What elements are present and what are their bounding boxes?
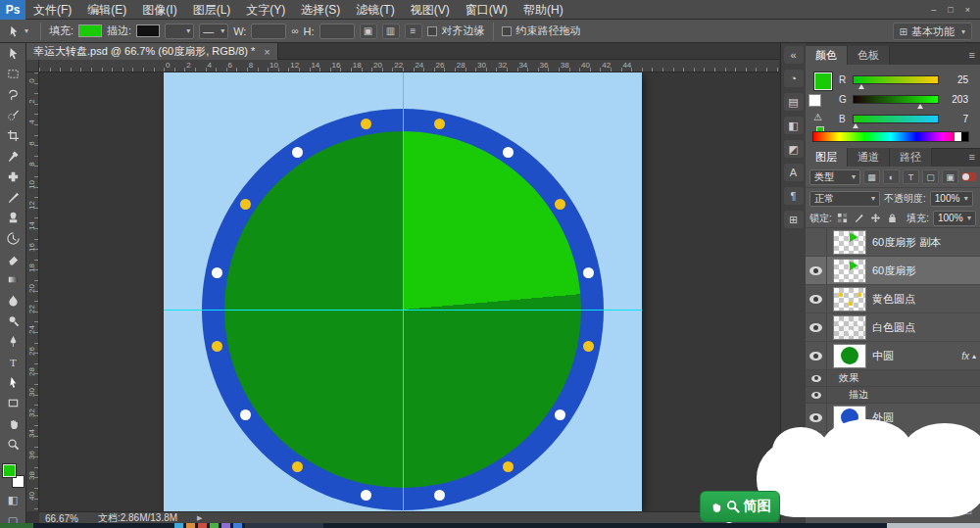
tab-color[interactable]: 颜色	[806, 46, 848, 65]
layer-thumbnail[interactable]	[833, 230, 866, 255]
foreground-swatch[interactable]	[814, 72, 832, 90]
zoom-level[interactable]: 66.67%	[45, 513, 78, 524]
lock-position-icon[interactable]	[869, 212, 883, 225]
tool-preset-picker[interactable]: ▾	[4, 25, 32, 37]
width-input[interactable]	[251, 24, 286, 39]
ruler-top[interactable]: 0246810121416182022242628303234363840424…	[39, 60, 779, 72]
tab-swatches[interactable]: 色板	[848, 46, 890, 65]
menu-item-10[interactable]: 帮助(H)	[515, 0, 571, 20]
clone-stamp-tool[interactable]	[0, 208, 25, 228]
layer-visibility-toggle[interactable]	[806, 404, 827, 431]
brush-tool[interactable]	[0, 187, 25, 208]
lock-transparent-icon[interactable]	[836, 212, 850, 225]
layer-thumbnail[interactable]	[833, 287, 866, 312]
layer-thumbnail[interactable]	[833, 344, 866, 368]
vertical-guide[interactable]	[403, 72, 404, 511]
eraser-tool[interactable]	[0, 249, 25, 269]
height-input[interactable]	[319, 24, 355, 39]
eyedropper-tool[interactable]	[0, 146, 25, 167]
layer-row-3[interactable]: 黄色圆点	[806, 285, 980, 313]
restore-icon[interactable]: □	[948, 5, 953, 15]
menu-item-6[interactable]: 选择(S)	[293, 0, 348, 20]
ruler-left[interactable]: 024681012141618202224262830323436384042	[26, 72, 39, 511]
menu-item-9[interactable]: 窗口(W)	[458, 0, 515, 20]
r-marquee-tool[interactable]	[0, 64, 25, 84]
slider-thumb-icon[interactable]	[917, 104, 923, 109]
document-canvas[interactable]	[164, 72, 642, 511]
type-tool[interactable]: T	[0, 352, 25, 372]
layer-row-1[interactable]: 60度扇形 副本	[806, 228, 980, 257]
layer-row-2[interactable]: 60度扇形	[806, 257, 980, 285]
path-alignment-icon[interactable]: ▥	[382, 24, 400, 39]
dodge-tool[interactable]	[0, 311, 25, 331]
gamut-warning-icon[interactable]: ⚠	[813, 112, 822, 122]
menu-item-4[interactable]: 图层(L)	[185, 0, 239, 20]
layer-fx-badge[interactable]: fx▴	[961, 351, 980, 361]
blend-mode-select[interactable]: 正常▾	[809, 191, 880, 207]
link-dimensions-icon[interactable]: ∞	[291, 25, 298, 36]
layer-visibility-toggle[interactable]	[806, 313, 827, 341]
color-panel-menu-icon[interactable]: ≡	[969, 49, 975, 61]
gradient-tool[interactable]	[0, 269, 25, 290]
layer-row-4[interactable]: 白色圆点	[806, 313, 980, 342]
quick-selection-tool[interactable]	[0, 105, 25, 125]
ruler-origin-corner[interactable]	[26, 60, 39, 72]
layers-panel-menu-icon[interactable]: ≡	[969, 151, 975, 163]
background-swatch[interactable]	[808, 94, 821, 107]
lock-image-icon[interactable]	[853, 212, 866, 225]
pen-tool[interactable]	[0, 331, 25, 352]
zoom-tool[interactable]	[0, 434, 25, 455]
menu-item-1[interactable]: 文件(F)	[25, 0, 79, 20]
layer-row-5[interactable]: 中圆fx▴	[806, 342, 980, 370]
opacity-input[interactable]: 100%▾	[930, 191, 973, 207]
layer-visibility-toggle[interactable]	[806, 342, 827, 369]
color-spectrum-bar[interactable]	[812, 131, 969, 142]
filter-smart-icon[interactable]: ▣	[942, 169, 958, 184]
filter-adjustment-icon[interactable]: ◐	[883, 169, 900, 184]
history-icon[interactable]: ◔	[784, 70, 804, 87]
layer-effect-row[interactable]: 描边	[806, 387, 980, 404]
layer-visibility-toggle[interactable]	[806, 228, 827, 256]
shape-tool[interactable]	[0, 393, 25, 413]
info-icon[interactable]: ◧	[784, 117, 804, 134]
slider-track[interactable]	[853, 115, 939, 123]
foreground-color-swatch[interactable]	[3, 464, 16, 477]
menu-item-7[interactable]: 滤镜(T)	[348, 0, 402, 20]
menu-item-3[interactable]: 图像(I)	[134, 0, 184, 20]
align-edges-checkbox[interactable]	[427, 26, 437, 36]
slider-track[interactable]	[853, 75, 939, 84]
close-icon[interactable]: ×	[965, 5, 970, 15]
canvas-area[interactable]	[39, 72, 779, 511]
hand-tool[interactable]	[0, 413, 25, 434]
properties-icon[interactable]: ▤	[784, 93, 804, 111]
layer-visibility-toggle[interactable]	[806, 257, 827, 284]
menu-item-2[interactable]: 编辑(E)	[79, 0, 134, 20]
spectrum-bw-swatches[interactable]	[955, 132, 968, 141]
lasso-tool[interactable]	[0, 84, 25, 105]
menu-item-8[interactable]: 视图(V)	[403, 0, 458, 20]
tab-layers[interactable]: 图层	[806, 148, 848, 167]
layer-filter-type-select[interactable]: 类型▾	[809, 169, 860, 185]
slider-thumb-icon[interactable]	[858, 84, 864, 89]
path-selection-tool[interactable]	[0, 372, 25, 393]
slider-track[interactable]	[853, 95, 939, 104]
layer-effect-row[interactable]: 效果	[806, 370, 980, 387]
character-icon[interactable]: A	[784, 164, 804, 181]
document-tab[interactable]: 幸运大转盘.psd @ 66.7% (60度扇形, RGB/8) * ×	[26, 43, 278, 60]
stroke-color-swatch[interactable]	[136, 24, 160, 37]
layer-thumbnail[interactable]	[833, 315, 866, 340]
tab-paths[interactable]: 路径	[890, 148, 932, 167]
spot-healing-tool[interactable]	[0, 167, 25, 187]
tab-close-icon[interactable]: ×	[264, 46, 270, 58]
lock-all-icon[interactable]	[886, 212, 900, 225]
status-bar-arrow-icon[interactable]: ▶	[197, 514, 202, 522]
filter-type-icon[interactable]: T	[903, 169, 919, 184]
stroke-style-select[interactable]: —▾	[199, 24, 228, 39]
filter-pixel-icon[interactable]: ▦	[863, 169, 880, 184]
layer-filter-toggle[interactable]	[961, 172, 977, 181]
menu-item-5[interactable]: 文字(Y)	[238, 0, 293, 20]
slider-thumb-icon[interactable]	[853, 123, 858, 128]
effect-visibility-toggle[interactable]	[806, 387, 827, 403]
fill-color-swatch[interactable]	[78, 24, 102, 37]
effect-visibility-toggle[interactable]	[806, 370, 827, 386]
